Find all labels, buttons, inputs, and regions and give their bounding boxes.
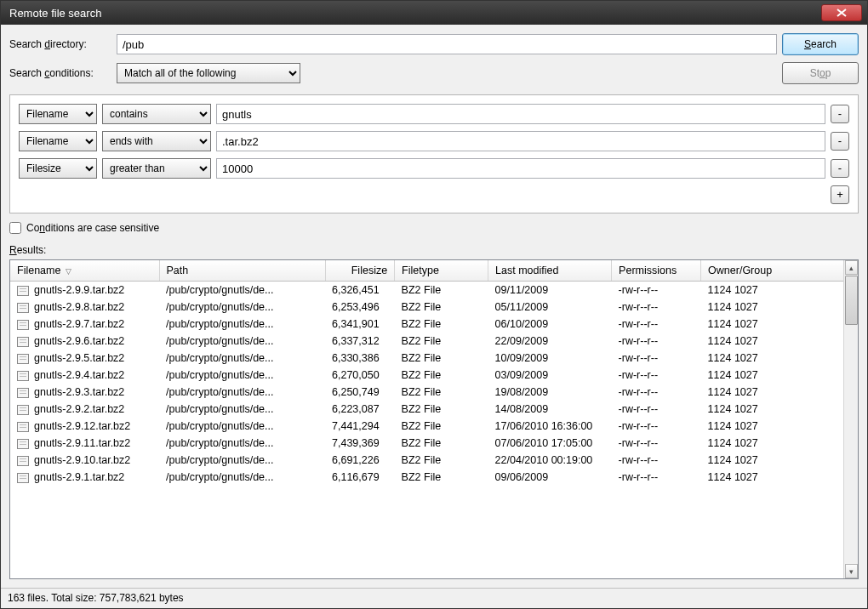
case-sensitive-checkbox[interactable] bbox=[9, 222, 21, 234]
condition-row: Filenameends with- bbox=[19, 131, 849, 151]
file-icon bbox=[17, 320, 29, 330]
file-icon bbox=[17, 286, 29, 296]
scroll-thumb[interactable] bbox=[845, 276, 858, 325]
file-icon bbox=[17, 337, 29, 347]
condition-field-select[interactable]: Filename bbox=[19, 104, 97, 124]
file-icon bbox=[17, 456, 29, 466]
remove-condition-button[interactable]: - bbox=[831, 105, 849, 123]
col-lastmodified[interactable]: Last modified bbox=[488, 260, 612, 282]
case-sensitive-label: Conditions are case sensitive bbox=[26, 222, 159, 234]
scroll-up-button[interactable]: ▴ bbox=[845, 260, 858, 275]
search-button[interactable]: Search bbox=[782, 33, 859, 55]
results-panel: Filename▽ Path Filesize Filetype Last mo… bbox=[9, 259, 859, 579]
table-row[interactable]: gnutls-2.9.3.tar.bz2/pub/crypto/gnutls/d… bbox=[10, 384, 858, 401]
stop-button[interactable]: Stop bbox=[782, 62, 859, 84]
condition-row: Filenamecontains- bbox=[19, 104, 849, 124]
col-permissions[interactable]: Permissions bbox=[612, 260, 701, 282]
table-row[interactable]: gnutls-2.9.5.tar.bz2/pub/crypto/gnutls/d… bbox=[10, 350, 858, 367]
scroll-down-button[interactable]: ▾ bbox=[845, 564, 858, 578]
condition-op-select[interactable]: greater than bbox=[102, 158, 211, 179]
conditions-panel: Filenamecontains-Filenameends with-Files… bbox=[9, 94, 859, 213]
file-icon bbox=[17, 439, 29, 449]
condition-op-select[interactable]: contains bbox=[102, 104, 211, 124]
match-mode-select[interactable]: Match all of the following bbox=[117, 63, 300, 83]
col-ownergroup[interactable]: Owner/Group bbox=[701, 260, 858, 282]
col-filename[interactable]: Filename▽ bbox=[10, 260, 159, 282]
file-icon bbox=[17, 422, 29, 432]
table-row[interactable]: gnutls-2.9.7.tar.bz2/pub/crypto/gnutls/d… bbox=[10, 316, 858, 333]
file-icon bbox=[17, 354, 29, 364]
condition-value-input[interactable] bbox=[216, 131, 825, 151]
condition-value-input[interactable] bbox=[216, 104, 825, 124]
file-icon bbox=[17, 473, 29, 483]
table-row[interactable]: gnutls-2.9.8.tar.bz2/pub/crypto/gnutls/d… bbox=[10, 299, 858, 316]
titlebar: Remote file search bbox=[1, 1, 867, 25]
window: Remote file search Search directory: Sea… bbox=[0, 0, 868, 609]
remove-condition-button[interactable]: - bbox=[831, 159, 849, 178]
search-directory-label: Search directory: bbox=[9, 38, 111, 50]
close-icon bbox=[837, 9, 847, 17]
table-row[interactable]: gnutls-2.9.6.tar.bz2/pub/crypto/gnutls/d… bbox=[10, 333, 858, 350]
file-icon bbox=[17, 303, 29, 313]
condition-value-input[interactable] bbox=[216, 158, 825, 179]
remove-condition-button[interactable]: - bbox=[831, 132, 849, 151]
table-row[interactable]: gnutls-2.9.2.tar.bz2/pub/crypto/gnutls/d… bbox=[10, 401, 858, 418]
col-path[interactable]: Path bbox=[159, 260, 325, 282]
search-directory-input[interactable] bbox=[117, 34, 777, 54]
results-table[interactable]: Filename▽ Path Filesize Filetype Last mo… bbox=[10, 260, 858, 486]
table-row[interactable]: gnutls-2.9.11.tar.bz2/pub/crypto/gnutls/… bbox=[10, 435, 858, 452]
condition-row: Filesizegreater than- bbox=[19, 158, 849, 179]
condition-field-select[interactable]: Filesize bbox=[19, 158, 97, 179]
search-conditions-label: Search conditions: bbox=[9, 67, 111, 79]
status-bar: 163 files. Total size: 757,783,621 bytes bbox=[1, 588, 867, 608]
close-button[interactable] bbox=[821, 4, 862, 21]
file-icon bbox=[17, 405, 29, 415]
table-row[interactable]: gnutls-2.9.1.tar.bz2/pub/crypto/gnutls/d… bbox=[10, 469, 858, 486]
condition-op-select[interactable]: ends with bbox=[102, 131, 211, 151]
file-icon bbox=[17, 388, 29, 398]
vertical-scrollbar[interactable]: ▴ ▾ bbox=[843, 260, 858, 578]
table-row[interactable]: gnutls-2.9.4.tar.bz2/pub/crypto/gnutls/d… bbox=[10, 367, 858, 384]
window-title: Remote file search bbox=[6, 7, 821, 20]
add-condition-button[interactable]: + bbox=[831, 185, 849, 204]
table-row[interactable]: gnutls-2.9.12.tar.bz2/pub/crypto/gnutls/… bbox=[10, 418, 858, 435]
condition-field-select[interactable]: Filename bbox=[19, 131, 97, 151]
table-row[interactable]: gnutls-2.9.10.tar.bz2/pub/crypto/gnutls/… bbox=[10, 452, 858, 469]
col-filesize[interactable]: Filesize bbox=[325, 260, 395, 282]
col-filetype[interactable]: Filetype bbox=[395, 260, 488, 282]
results-label: Results: bbox=[9, 244, 859, 256]
file-icon bbox=[17, 371, 29, 381]
table-row[interactable]: gnutls-2.9.9.tar.bz2/pub/crypto/gnutls/d… bbox=[10, 282, 858, 299]
